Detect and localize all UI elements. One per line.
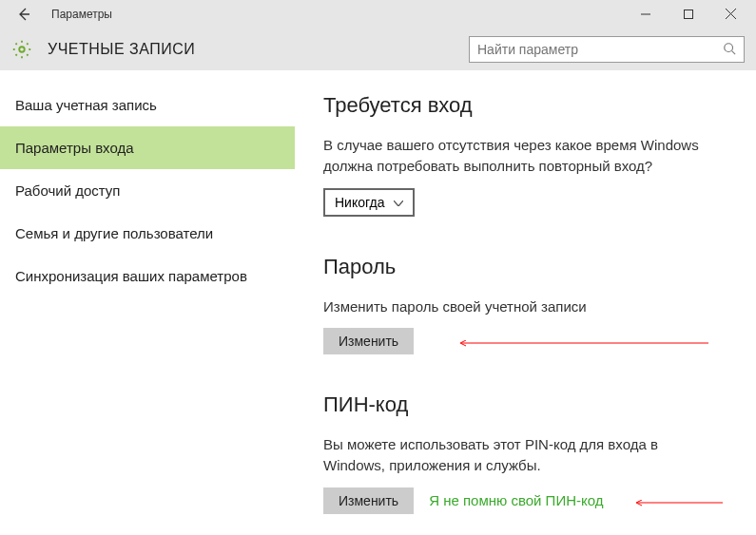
back-button[interactable] [10, 0, 38, 29]
arrow-left-icon [16, 7, 31, 22]
section-heading-pin: ПИН-код [323, 392, 745, 417]
annotation-arrow-icon [628, 493, 732, 512]
pin-row: Изменить Я не помню свой ПИН-код [323, 487, 745, 514]
header: УЧЕТНЫЕ ЗАПИСИ [0, 29, 756, 70]
sidebar-item-sync[interactable]: Синхронизация ваших параметров [0, 255, 295, 297]
svg-line-6 [732, 50, 736, 54]
forgot-pin-link[interactable]: Я не помню свой ПИН-код [429, 492, 603, 508]
chevron-down-icon [394, 197, 403, 208]
combo-value: Никогда [335, 195, 384, 210]
change-pin-button[interactable]: Изменить [323, 487, 414, 514]
search-box[interactable] [469, 36, 745, 63]
minimize-button[interactable] [624, 0, 667, 29]
sidebar-item-your-account[interactable]: Ваша учетная запись [0, 84, 295, 126]
close-button[interactable] [709, 0, 752, 29]
search-icon [723, 42, 736, 58]
page-title: УЧЕТНЫЕ ЗАПИСИ [48, 41, 195, 58]
window-title: Параметры [51, 8, 112, 21]
change-password-button[interactable]: Изменить [323, 328, 414, 354]
annotation-arrow-icon [452, 334, 718, 353]
password-row: Изменить [323, 328, 745, 354]
sidebar-item-signin-options[interactable]: Параметры входа [0, 126, 295, 169]
signin-desc: В случае вашего отсутствия через какое в… [323, 135, 723, 177]
sidebar-item-family[interactable]: Семья и другие пользователи [0, 212, 295, 255]
minimize-icon [641, 10, 650, 19]
section-heading-signin: Требуется вход [323, 93, 745, 118]
maximize-button[interactable] [667, 0, 709, 29]
sidebar-item-work-access[interactable]: Рабочий доступ [0, 169, 295, 212]
content-pane: Требуется вход В случае вашего отсутстви… [295, 70, 756, 535]
password-desc: Изменить пароль своей учетной записи [323, 296, 723, 317]
svg-point-5 [725, 43, 733, 51]
close-icon [726, 9, 736, 19]
gear-icon [11, 39, 32, 60]
section-heading-password: Пароль [323, 255, 745, 279]
maximize-icon [684, 10, 693, 19]
svg-point-4 [19, 47, 25, 52]
pin-desc: Вы можете использовать этот PIN-код для … [323, 434, 723, 476]
main-container: Ваша учетная запись Параметры входа Рабо… [0, 70, 756, 535]
require-signin-combo[interactable]: Никогда [323, 188, 415, 217]
svg-rect-1 [684, 10, 692, 18]
search-input[interactable] [477, 42, 723, 57]
titlebar: Параметры [0, 0, 756, 29]
sidebar: Ваша учетная запись Параметры входа Рабо… [0, 70, 295, 535]
